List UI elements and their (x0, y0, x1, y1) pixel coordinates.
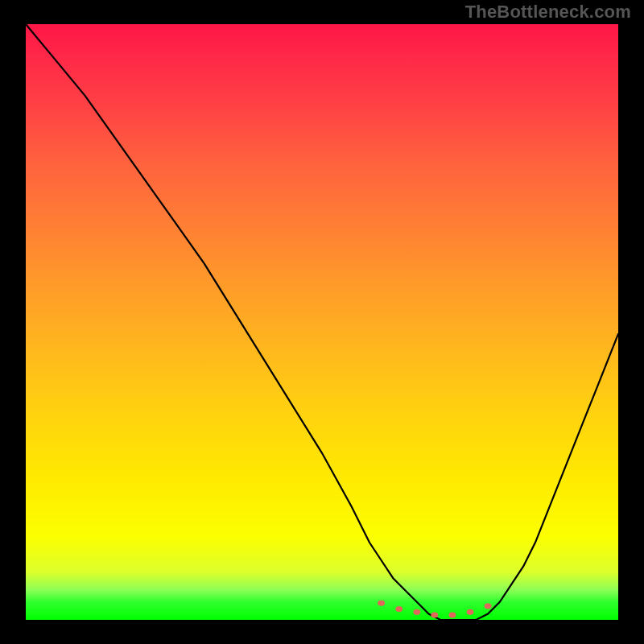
bottleneck-curve (26, 24, 618, 620)
valley-marker (414, 609, 420, 614)
plot-area (26, 24, 618, 620)
valley-marker (431, 613, 438, 617)
watermark-text: TheBottleneck.com (465, 2, 631, 23)
valley-marker (467, 609, 473, 614)
valley-marker (396, 607, 402, 612)
chart-frame: TheBottleneck.com (0, 0, 644, 644)
valley-marker-group (378, 601, 491, 617)
curve-svg (26, 24, 618, 620)
valley-marker (378, 601, 385, 605)
valley-marker (449, 613, 456, 617)
valley-marker (485, 604, 491, 609)
